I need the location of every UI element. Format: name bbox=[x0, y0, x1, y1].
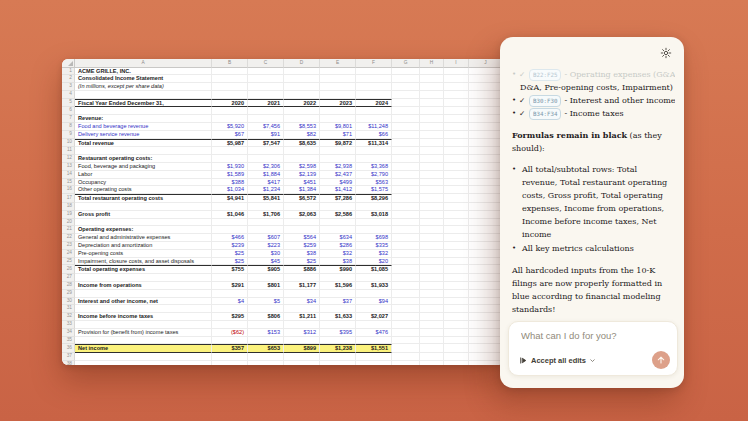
cell-value[interactable]: $20 bbox=[356, 258, 392, 266]
cell-label[interactable]: Consolidated Income Statement bbox=[75, 75, 212, 83]
column-header[interactable]: A bbox=[75, 59, 212, 68]
cell-label[interactable]: Labor bbox=[75, 171, 212, 179]
column-header[interactable]: H bbox=[420, 59, 444, 68]
send-button[interactable] bbox=[652, 351, 670, 369]
cell-label[interactable] bbox=[75, 361, 212, 365]
row-number[interactable]: 7 bbox=[62, 115, 75, 123]
cell-value[interactable] bbox=[248, 203, 284, 211]
cell-label[interactable] bbox=[75, 353, 212, 361]
row-number[interactable]: 32 bbox=[62, 313, 75, 321]
cell-value[interactable]: $239 bbox=[212, 242, 248, 250]
cell-value[interactable] bbox=[248, 75, 284, 83]
cell-label[interactable] bbox=[75, 274, 212, 282]
cell-value[interactable] bbox=[284, 226, 320, 234]
cell-value[interactable] bbox=[212, 83, 248, 91]
cell-value[interactable] bbox=[248, 107, 284, 115]
row-number[interactable]: 30 bbox=[62, 298, 75, 306]
cell-empty[interactable] bbox=[420, 139, 444, 148]
cell-empty[interactable] bbox=[392, 305, 420, 313]
cell-empty[interactable] bbox=[444, 123, 469, 131]
cell-value[interactable]: $653 bbox=[248, 344, 284, 353]
row-number[interactable]: 21 bbox=[62, 226, 75, 234]
cell-empty[interactable] bbox=[444, 274, 469, 282]
cell-value[interactable] bbox=[284, 147, 320, 155]
cell-empty[interactable] bbox=[444, 344, 469, 353]
cell-empty[interactable] bbox=[392, 234, 420, 242]
cell-label[interactable]: Restaurant operating costs: bbox=[75, 155, 212, 163]
cell-value[interactable]: $1,046 bbox=[212, 211, 248, 219]
cell-label[interactable]: Income before income taxes bbox=[75, 313, 212, 321]
cell-empty[interactable] bbox=[392, 75, 420, 83]
cell-label[interactable] bbox=[75, 321, 212, 329]
cell-label[interactable]: Net income bbox=[75, 344, 212, 353]
cell-value[interactable]: $395 bbox=[320, 329, 356, 337]
cell-empty[interactable] bbox=[444, 75, 469, 83]
cell-empty[interactable] bbox=[469, 83, 503, 91]
cell-value[interactable]: $1,633 bbox=[320, 313, 356, 321]
cell-empty[interactable] bbox=[469, 321, 503, 329]
cell-value[interactable]: $38 bbox=[320, 258, 356, 266]
cell-value[interactable] bbox=[284, 290, 320, 298]
cell-value[interactable]: $295 bbox=[212, 313, 248, 321]
cell-empty[interactable] bbox=[444, 68, 469, 76]
cell-value[interactable] bbox=[212, 147, 248, 155]
cell-value[interactable]: $886 bbox=[284, 265, 320, 274]
cell-empty[interactable] bbox=[444, 226, 469, 234]
cell-value[interactable] bbox=[284, 115, 320, 123]
cell-value[interactable] bbox=[212, 219, 248, 227]
cell-empty[interactable] bbox=[392, 211, 420, 219]
cell-value[interactable] bbox=[356, 68, 392, 76]
cell-label[interactable]: Occupancy bbox=[75, 179, 212, 187]
cell-empty[interactable] bbox=[469, 250, 503, 258]
cell-value[interactable]: $223 bbox=[248, 242, 284, 250]
cell-value[interactable] bbox=[320, 305, 356, 313]
cell-empty[interactable] bbox=[392, 194, 420, 203]
cell-value[interactable] bbox=[248, 219, 284, 227]
cell-empty[interactable] bbox=[392, 298, 420, 306]
cell-value[interactable] bbox=[320, 219, 356, 227]
cell-empty[interactable] bbox=[469, 107, 503, 115]
cell-label[interactable] bbox=[75, 337, 212, 345]
cell-empty[interactable] bbox=[420, 344, 444, 353]
cell-empty[interactable] bbox=[392, 163, 420, 171]
cell-empty[interactable] bbox=[469, 282, 503, 290]
cell-label[interactable]: ACME GRILLE, INC. bbox=[75, 68, 212, 76]
column-header[interactable]: J bbox=[469, 59, 503, 68]
cell-empty[interactable] bbox=[420, 99, 444, 108]
cell-value[interactable]: $451 bbox=[284, 179, 320, 187]
cell-value[interactable] bbox=[356, 75, 392, 83]
cell-value[interactable] bbox=[212, 68, 248, 76]
row-number[interactable]: 15 bbox=[62, 179, 75, 187]
row-number[interactable]: 13 bbox=[62, 163, 75, 171]
cell-value[interactable]: $67 bbox=[212, 131, 248, 139]
cell-value[interactable] bbox=[320, 203, 356, 211]
cell-value[interactable]: $3,018 bbox=[356, 211, 392, 219]
cell-range-chip[interactable]: B22:F25 bbox=[529, 69, 561, 81]
column-header[interactable]: G bbox=[392, 59, 420, 68]
cell-empty[interactable] bbox=[469, 305, 503, 313]
cell-value[interactable] bbox=[320, 115, 356, 123]
cell-empty[interactable] bbox=[420, 226, 444, 234]
row-number[interactable]: 19 bbox=[62, 211, 75, 219]
cell-label[interactable]: Income from operations bbox=[75, 282, 212, 290]
cell-value[interactable] bbox=[356, 115, 392, 123]
cell-value[interactable]: 2020 bbox=[212, 99, 248, 108]
cell-value[interactable]: $2,586 bbox=[320, 211, 356, 219]
cell-empty[interactable] bbox=[469, 344, 503, 353]
cell-value[interactable]: $6,572 bbox=[284, 194, 320, 203]
cell-empty[interactable] bbox=[469, 329, 503, 337]
cell-value[interactable]: $38 bbox=[284, 250, 320, 258]
cell-label[interactable] bbox=[75, 147, 212, 155]
cell-empty[interactable] bbox=[420, 186, 444, 194]
row-number[interactable]: 36 bbox=[62, 344, 75, 353]
cell-empty[interactable] bbox=[392, 274, 420, 282]
row-number[interactable]: 25 bbox=[62, 258, 75, 266]
cell-value[interactable]: $8,553 bbox=[284, 123, 320, 131]
cell-empty[interactable] bbox=[444, 211, 469, 219]
cell-value[interactable]: $8,296 bbox=[356, 194, 392, 203]
cell-label[interactable]: Operating expenses: bbox=[75, 226, 212, 234]
cell-value[interactable] bbox=[356, 219, 392, 227]
row-number[interactable]: 31 bbox=[62, 305, 75, 313]
row-number[interactable]: 29 bbox=[62, 290, 75, 298]
cell-value[interactable]: $91 bbox=[248, 131, 284, 139]
